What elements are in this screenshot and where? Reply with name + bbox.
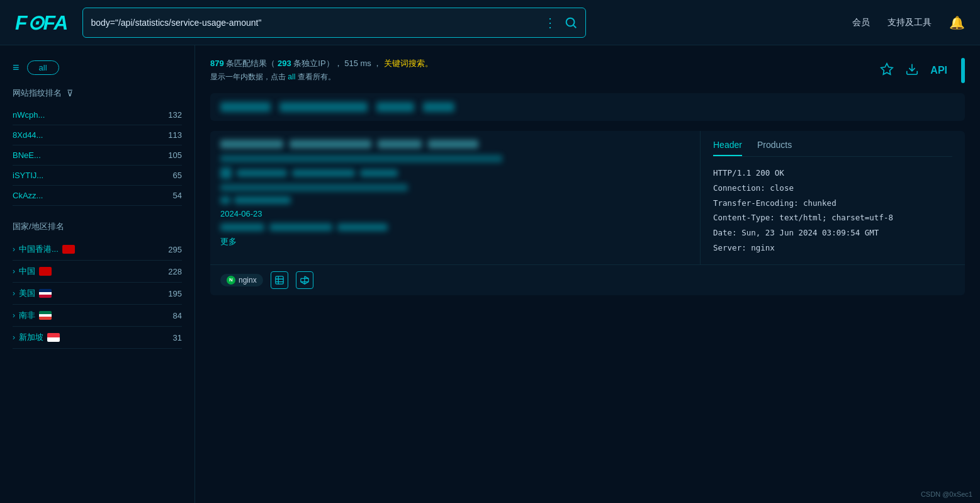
fingerprint-item-4[interactable]: iSYTIJ... 65 — [13, 166, 182, 186]
flag-us — [39, 289, 52, 298]
country-item-3[interactable]: › 美国 195 — [13, 283, 182, 305]
flag-hk — [62, 245, 75, 254]
result-card-inner: 2024-06-23 更多 Header Products HT — [210, 131, 965, 264]
header-right: 会员 支持及工具 🔔 — [852, 15, 965, 30]
blurred-preview-row — [210, 93, 965, 121]
result-right: Header Products HTTP/1.1 200 OK Connecti… — [701, 131, 965, 264]
result-date: 2024-06-23 — [220, 209, 690, 218]
country-item-5[interactable]: › 新加坡 31 — [13, 327, 182, 349]
country-title: 国家/地区排名 — [13, 221, 182, 232]
search-bar: ⋮ — [82, 8, 586, 38]
fingerprint-section: 网站指纹排名 ⊽ nWcph... 132 8Xd44... 113 BNeE.… — [13, 88, 182, 206]
results-summary: 879 条匹配结果（ 293 条独立IP）， 515 ms ， 关键词搜索。 — [210, 58, 433, 69]
search-input[interactable] — [91, 18, 538, 28]
flag-za — [39, 311, 52, 320]
arrow-icon-1: › — [13, 245, 15, 254]
tab-products[interactable]: Products — [757, 140, 792, 156]
arrow-icon-4: › — [13, 311, 15, 320]
flag-cn — [39, 267, 52, 276]
blr-3 — [378, 140, 422, 149]
blur-block-3 — [376, 102, 414, 112]
nginx-badge: N nginx — [220, 274, 263, 286]
result-card: 2024-06-23 更多 Header Products HT — [210, 131, 965, 295]
fingerprint-item-2[interactable]: 8Xd44... 113 — [13, 125, 182, 145]
results-actions: API — [880, 58, 965, 83]
membership-link[interactable]: 会员 — [852, 17, 870, 28]
blr-4 — [428, 140, 478, 149]
svg-point-0 — [566, 18, 575, 26]
svg-line-1 — [574, 25, 577, 28]
results-header: 879 条匹配结果（ 293 条独立IP）， 515 ms ， 关键词搜索。 显… — [210, 58, 965, 83]
more-link[interactable]: 更多 — [220, 237, 237, 246]
cube-icon-button[interactable] — [296, 271, 313, 289]
blur-country — [234, 196, 291, 204]
result-footer: N nginx — [210, 264, 965, 295]
country-item-4[interactable]: › 南非 84 — [13, 305, 182, 327]
support-link[interactable]: 支持及工具 — [887, 17, 932, 28]
country-item-2[interactable]: › 中国 228 — [13, 261, 182, 283]
filter-icon[interactable]: ≡ — [13, 61, 20, 74]
results-info: 879 条匹配结果（ 293 条独立IP）， 515 ms ， 关键词搜索。 显… — [210, 58, 433, 82]
header-content: HTTP/1.1 200 OK Connection: close Transf… — [713, 166, 952, 256]
all-filter-button[interactable]: all — [27, 60, 59, 75]
flag-blur — [220, 196, 230, 204]
fingerprint-item-3[interactable]: BNeE... 105 — [13, 145, 182, 166]
download-button[interactable] — [905, 62, 919, 79]
blur-row-1 — [220, 223, 264, 231]
blr-1 — [220, 140, 283, 149]
small-blur-4 — [360, 169, 398, 177]
result-left: 2024-06-23 更多 — [210, 131, 701, 264]
search-button[interactable] — [564, 16, 578, 30]
flag-sg — [47, 333, 60, 342]
results-sub-text: 显示一年内数据，点击 all 查看所有。 — [210, 72, 433, 82]
table-icon-button[interactable] — [271, 271, 288, 289]
svg-marker-2 — [881, 63, 893, 74]
small-blur-2 — [237, 169, 287, 177]
nginx-dot: N — [227, 276, 235, 285]
main-container: ≡ all 网站指纹排名 ⊽ nWcph... 132 8Xd44... 113… — [0, 45, 980, 503]
header-line-5: Date: Sun, 23 Jun 2024 03:09:54 GMT — [713, 225, 952, 240]
attribution: CSDN @0xSec1 — [921, 490, 972, 498]
header-line-1: HTTP/1.1 200 OK — [713, 166, 952, 181]
blur-line-1 — [220, 155, 502, 162]
blur-row-3 — [337, 223, 388, 231]
blur-row-2 — [269, 223, 332, 231]
blur-block-2 — [279, 102, 368, 112]
fingerprint-title: 网站指纹排名 ⊽ — [13, 88, 182, 99]
blur-line-2 — [220, 184, 408, 191]
logo-text[interactable]: F⊙FA — [15, 11, 67, 35]
small-blur-1 — [220, 167, 232, 179]
country-item-1[interactable]: › 中国香港... 295 — [13, 239, 182, 261]
arrow-icon-2: › — [13, 267, 15, 276]
star-button[interactable] — [880, 62, 894, 79]
tabs-row: Header Products — [713, 140, 952, 157]
arrow-icon-5: › — [13, 333, 15, 342]
header-line-6: Server: nginx — [713, 240, 952, 256]
small-blur-3 — [292, 169, 355, 177]
arrow-icon-3: › — [13, 289, 15, 298]
notification-bell-icon[interactable]: 🔔 — [949, 15, 965, 30]
header-line-3: Transfer-Encoding: chunked — [713, 196, 952, 211]
blr-2 — [290, 140, 371, 149]
preview-row-top — [220, 140, 690, 149]
filter-row: ≡ all — [13, 60, 182, 75]
api-button[interactable]: API — [930, 65, 947, 76]
header-line-2: Connection: close — [713, 181, 952, 196]
fingerprint-item-5[interactable]: CkAzz... 54 — [13, 186, 182, 206]
more-options-icon[interactable]: ⋮ — [544, 15, 558, 30]
sidebar: ≡ all 网站指纹排名 ⊽ nWcph... 132 8Xd44... 113… — [0, 45, 195, 503]
content-area: 879 条匹配结果（ 293 条独立IP）， 515 ms ， 关键词搜索。 显… — [195, 45, 980, 503]
header: F⊙FA ⋮ 会员 支持及工具 🔔 — [0, 0, 980, 45]
fingerprint-item-1[interactable]: nWcph... 132 — [13, 105, 182, 125]
blur-block-1 — [220, 102, 271, 112]
header-line-4: Content-Type: text/html; charset=utf-8 — [713, 210, 952, 225]
blur-block-4 — [423, 102, 454, 112]
svg-rect-4 — [276, 276, 283, 283]
tab-header[interactable]: Header — [713, 140, 742, 156]
country-section: 国家/地区排名 › 中国香港... 295 › 中国 228 — [13, 221, 182, 349]
fingerprint-filter-icon[interactable]: ⊽ — [67, 88, 73, 98]
